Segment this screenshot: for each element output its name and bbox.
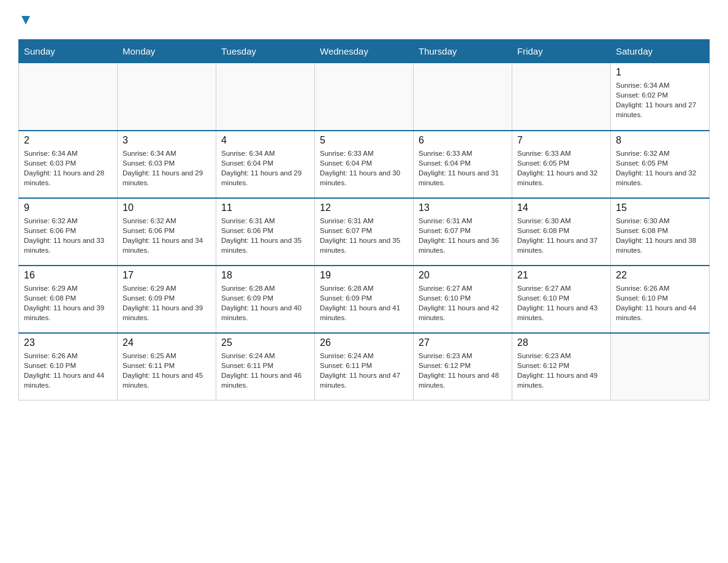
calendar-cell [216, 63, 315, 131]
weekday-header-tuesday: Tuesday [216, 40, 315, 63]
calendar-cell: 5Sunrise: 6:33 AM Sunset: 6:04 PM Daylig… [315, 131, 414, 198]
day-info: Sunrise: 6:26 AM Sunset: 6:10 PM Dayligh… [24, 351, 112, 390]
calendar-cell: 21Sunrise: 6:27 AM Sunset: 6:10 PM Dayli… [512, 266, 611, 333]
weekday-header-saturday: Saturday [611, 40, 710, 63]
calendar-cell: 25Sunrise: 6:24 AM Sunset: 6:11 PM Dayli… [216, 333, 315, 400]
day-info: Sunrise: 6:32 AM Sunset: 6:06 PM Dayligh… [123, 216, 211, 255]
calendar-cell [19, 63, 118, 131]
day-number: 6 [419, 135, 507, 146]
calendar-cell: 10Sunrise: 6:32 AM Sunset: 6:06 PM Dayli… [118, 198, 216, 266]
calendar-cell: 24Sunrise: 6:25 AM Sunset: 6:11 PM Dayli… [118, 333, 216, 400]
calendar-cell [315, 63, 414, 131]
weekday-header-sunday: Sunday [19, 40, 118, 63]
calendar-week-row: 23Sunrise: 6:26 AM Sunset: 6:10 PM Dayli… [19, 333, 710, 400]
day-info: Sunrise: 6:33 AM Sunset: 6:05 PM Dayligh… [517, 148, 605, 188]
day-number: 5 [320, 135, 408, 146]
calendar-week-row: 2Sunrise: 6:34 AM Sunset: 6:03 PM Daylig… [19, 131, 710, 198]
day-number: 20 [419, 270, 507, 281]
day-info: Sunrise: 6:28 AM Sunset: 6:09 PM Dayligh… [221, 283, 309, 323]
day-number: 1 [616, 67, 704, 78]
calendar-cell [118, 63, 216, 131]
day-number: 25 [221, 337, 309, 348]
day-number: 18 [221, 270, 309, 281]
day-info: Sunrise: 6:27 AM Sunset: 6:10 PM Dayligh… [419, 283, 507, 323]
calendar-cell [414, 63, 512, 131]
calendar-table: SundayMondayTuesdayWednesdayThursdayFrid… [18, 39, 710, 400]
day-number: 21 [517, 270, 605, 281]
calendar-header-row: SundayMondayTuesdayWednesdayThursdayFrid… [19, 40, 710, 63]
calendar-cell [611, 333, 710, 400]
day-number: 12 [320, 202, 408, 213]
calendar-week-row: 9Sunrise: 6:32 AM Sunset: 6:06 PM Daylig… [19, 198, 710, 266]
day-number: 28 [517, 337, 605, 348]
calendar-cell: 3Sunrise: 6:34 AM Sunset: 6:03 PM Daylig… [118, 131, 216, 198]
day-number: 15 [616, 202, 704, 213]
calendar-cell: 4Sunrise: 6:34 AM Sunset: 6:04 PM Daylig… [216, 131, 315, 198]
day-info: Sunrise: 6:23 AM Sunset: 6:12 PM Dayligh… [517, 351, 605, 390]
day-number: 26 [320, 337, 408, 348]
calendar-cell: 6Sunrise: 6:33 AM Sunset: 6:04 PM Daylig… [414, 131, 512, 198]
day-info: Sunrise: 6:29 AM Sunset: 6:08 PM Dayligh… [24, 283, 112, 323]
calendar-cell: 16Sunrise: 6:29 AM Sunset: 6:08 PM Dayli… [19, 266, 118, 333]
calendar-week-row: 16Sunrise: 6:29 AM Sunset: 6:08 PM Dayli… [19, 266, 710, 333]
day-number: 11 [221, 202, 309, 213]
day-info: Sunrise: 6:30 AM Sunset: 6:08 PM Dayligh… [517, 216, 605, 255]
day-info: Sunrise: 6:26 AM Sunset: 6:10 PM Dayligh… [616, 283, 704, 323]
day-number: 2 [24, 135, 112, 146]
weekday-header-wednesday: Wednesday [315, 40, 414, 63]
calendar-cell: 23Sunrise: 6:26 AM Sunset: 6:10 PM Dayli… [19, 333, 118, 400]
day-number: 9 [24, 202, 112, 213]
day-number: 4 [221, 135, 309, 146]
day-info: Sunrise: 6:31 AM Sunset: 6:07 PM Dayligh… [320, 216, 408, 255]
day-info: Sunrise: 6:30 AM Sunset: 6:08 PM Dayligh… [616, 216, 704, 255]
day-number: 3 [123, 135, 211, 146]
logo [18, 12, 32, 27]
calendar-cell: 19Sunrise: 6:28 AM Sunset: 6:09 PM Dayli… [315, 266, 414, 333]
day-info: Sunrise: 6:31 AM Sunset: 6:06 PM Dayligh… [221, 216, 309, 255]
day-info: Sunrise: 6:32 AM Sunset: 6:06 PM Dayligh… [24, 216, 112, 255]
day-number: 23 [24, 337, 112, 348]
day-info: Sunrise: 6:28 AM Sunset: 6:09 PM Dayligh… [320, 283, 408, 323]
day-number: 16 [24, 270, 112, 281]
calendar-cell: 27Sunrise: 6:23 AM Sunset: 6:12 PM Dayli… [414, 333, 512, 400]
day-number: 22 [616, 270, 704, 281]
calendar-cell: 28Sunrise: 6:23 AM Sunset: 6:12 PM Dayli… [512, 333, 611, 400]
calendar-cell: 22Sunrise: 6:26 AM Sunset: 6:10 PM Dayli… [611, 266, 710, 333]
day-number: 10 [123, 202, 211, 213]
calendar-cell: 15Sunrise: 6:30 AM Sunset: 6:08 PM Dayli… [611, 198, 710, 266]
day-info: Sunrise: 6:25 AM Sunset: 6:11 PM Dayligh… [123, 351, 211, 390]
day-info: Sunrise: 6:29 AM Sunset: 6:09 PM Dayligh… [123, 283, 211, 323]
calendar-cell: 14Sunrise: 6:30 AM Sunset: 6:08 PM Dayli… [512, 198, 611, 266]
day-info: Sunrise: 6:34 AM Sunset: 6:02 PM Dayligh… [616, 80, 704, 120]
day-info: Sunrise: 6:23 AM Sunset: 6:12 PM Dayligh… [419, 351, 507, 390]
day-number: 19 [320, 270, 408, 281]
calendar-cell: 8Sunrise: 6:32 AM Sunset: 6:05 PM Daylig… [611, 131, 710, 198]
calendar-cell: 26Sunrise: 6:24 AM Sunset: 6:11 PM Dayli… [315, 333, 414, 400]
day-number: 27 [419, 337, 507, 348]
logo-arrow-icon [19, 13, 32, 27]
day-info: Sunrise: 6:24 AM Sunset: 6:11 PM Dayligh… [320, 351, 408, 390]
weekday-header-thursday: Thursday [414, 40, 512, 63]
calendar-cell [512, 63, 611, 131]
day-info: Sunrise: 6:34 AM Sunset: 6:03 PM Dayligh… [123, 148, 211, 188]
day-info: Sunrise: 6:33 AM Sunset: 6:04 PM Dayligh… [320, 148, 408, 188]
day-number: 14 [517, 202, 605, 213]
calendar-cell: 20Sunrise: 6:27 AM Sunset: 6:10 PM Dayli… [414, 266, 512, 333]
calendar-cell: 12Sunrise: 6:31 AM Sunset: 6:07 PM Dayli… [315, 198, 414, 266]
day-info: Sunrise: 6:33 AM Sunset: 6:04 PM Dayligh… [419, 148, 507, 188]
weekday-header-friday: Friday [512, 40, 611, 63]
day-number: 8 [616, 135, 704, 146]
day-info: Sunrise: 6:27 AM Sunset: 6:10 PM Dayligh… [517, 283, 605, 323]
svg-marker-0 [21, 16, 30, 25]
calendar-cell: 1Sunrise: 6:34 AM Sunset: 6:02 PM Daylig… [611, 63, 710, 131]
day-number: 7 [517, 135, 605, 146]
calendar-cell: 9Sunrise: 6:32 AM Sunset: 6:06 PM Daylig… [19, 198, 118, 266]
calendar-cell: 17Sunrise: 6:29 AM Sunset: 6:09 PM Dayli… [118, 266, 216, 333]
calendar-cell: 11Sunrise: 6:31 AM Sunset: 6:06 PM Dayli… [216, 198, 315, 266]
calendar-cell: 2Sunrise: 6:34 AM Sunset: 6:03 PM Daylig… [19, 131, 118, 198]
day-info: Sunrise: 6:32 AM Sunset: 6:05 PM Dayligh… [616, 148, 704, 188]
day-info: Sunrise: 6:34 AM Sunset: 6:04 PM Dayligh… [221, 148, 309, 188]
calendar-week-row: 1Sunrise: 6:34 AM Sunset: 6:02 PM Daylig… [19, 63, 710, 131]
day-number: 24 [123, 337, 211, 348]
day-number: 17 [123, 270, 211, 281]
